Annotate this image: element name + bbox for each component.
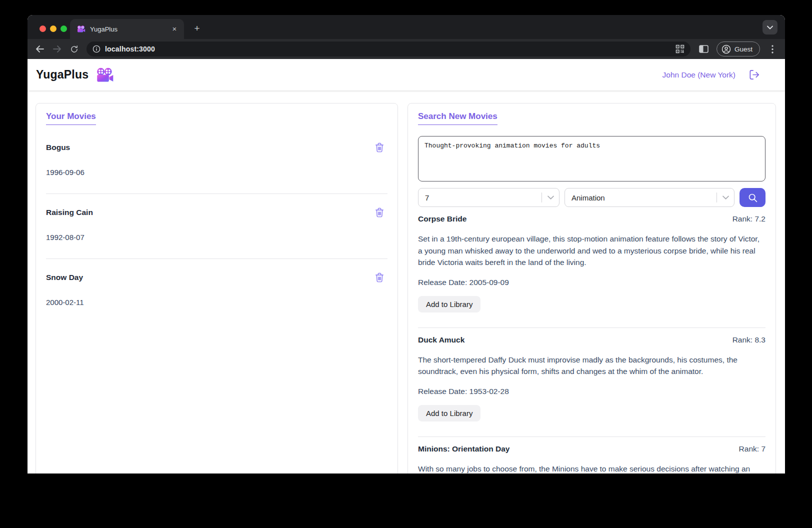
browser-window: YugaPlus × + [28,15,785,474]
reload-button[interactable] [66,42,82,56]
list-item: Snow Day 2 [46,259,388,324]
new-tab-button[interactable]: + [191,22,203,34]
browser-menu-button[interactable] [765,42,780,56]
search-results: Corpse Bride Rank: 7.2 Set in a 19th-cen… [418,207,766,474]
guest-avatar-icon [722,44,731,54]
movie-date: 2000-02-11 [46,298,388,306]
delete-movie-button[interactable] [372,142,388,153]
site-info-icon[interactable] [92,45,100,53]
result-title: Minions: Orientation Day [418,444,510,454]
search-input[interactable]: Thought-provoking animation movies for a… [418,136,766,182]
delete-movie-button[interactable] [372,207,388,218]
result-title: Duck Amuck [418,336,464,344]
app-page: YugaPlus John Doe (New York) [28,59,785,474]
movie-name: Raising Cain [46,207,93,217]
brand: YugaPlus [36,68,114,82]
chevron-down-icon [722,196,729,200]
browser-tab-yugaplus[interactable]: YugaPlus × [70,19,184,39]
movie-camera-icon [96,68,114,82]
result-item: Minions: Orientation Day Rank: 7 With so… [418,437,766,474]
qr-code-icon[interactable] [676,44,684,54]
side-panel-icon [699,45,708,53]
address-bar[interactable]: localhost:3000 [86,42,690,56]
your-movies-title: Your Movies [46,112,96,125]
profile-button[interactable]: Guest [716,42,760,56]
delete-movie-button[interactable] [372,272,388,283]
browser-toolbar: localhost:3000 Guest [28,39,785,59]
search-panel: Search New Movies Thought-provoking anim… [408,103,776,474]
search-controls: 7 Animation [418,188,766,207]
tab-strip: YugaPlus × + [28,15,785,39]
search-box: Thought-provoking animation movies for a… [418,136,766,207]
result-title: Corpse Bride [418,214,466,224]
add-to-library-button[interactable]: Add to Library [418,405,480,422]
list-item: Bogus 1996 [46,129,388,194]
tab-search-button[interactable] [762,20,778,34]
result-item: Corpse Bride Rank: 7.2 Set in a 19th-cen… [418,207,766,328]
result-description: Set in a 19th-century european village, … [418,233,766,268]
chevron-down-icon [548,196,554,200]
minimize-window-button[interactable] [50,26,56,32]
guest-label: Guest [734,46,752,53]
close-window-button[interactable] [40,26,46,32]
back-arrow-icon [36,45,44,53]
url-text[interactable]: localhost:3000 [105,45,671,53]
logout-icon[interactable] [748,69,760,80]
main-content: Your Movies Bogus [28,90,785,474]
search-button[interactable] [740,188,766,207]
result-item: Duck Amuck Rank: 8.3 The short-tempered … [418,328,766,437]
result-rank: Rank: 7.2 [732,214,766,224]
chevron-down-icon [767,26,773,30]
tab-title: YugaPlus [90,26,166,33]
movie-date: 1996-09-06 [46,168,388,176]
trash-icon [374,272,384,283]
maximize-window-button[interactable] [60,26,67,32]
result-release-date: Release Date: 1953-02-28 [418,387,766,396]
your-movies-panel: Your Movies Bogus [36,103,398,474]
rank-select-value: 7 [425,194,429,202]
movie-date: 1992-08-07 [46,233,388,242]
your-movies-list: Bogus 1996 [46,129,388,324]
app-title: YugaPlus [36,68,88,82]
movie-name: Bogus [46,142,70,152]
result-rank: Rank: 8.3 [732,336,766,344]
add-to-library-button[interactable]: Add to Library [418,296,480,312]
movie-name: Snow Day [46,272,83,282]
search-title: Search New Movies [418,112,498,125]
user-name: John Doe (New York) [662,70,736,80]
trash-icon [374,142,384,153]
list-item: Raising Cain [46,194,388,259]
traffic-lights [40,26,67,32]
result-description: The short-tempered Daffy Duck must impro… [418,354,766,378]
result-release-date: Release Date: 2005-09-09 [418,278,766,287]
close-tab-icon[interactable]: × [170,24,179,34]
side-panel-button[interactable] [696,42,712,56]
category-select[interactable]: Animation [564,188,734,207]
reload-icon [70,45,78,54]
magnifier-icon [748,192,758,203]
result-rank: Rank: 7 [739,444,766,454]
app-header: YugaPlus John Doe (New York) [28,59,785,90]
result-description: With so many jobs to choose from, the Mi… [418,463,766,474]
forward-button[interactable] [50,42,64,56]
trash-icon [374,207,384,218]
kebab-menu-icon [772,45,774,54]
user-area: John Doe (New York) [662,69,760,80]
rank-select[interactable]: 7 [418,188,560,207]
forward-arrow-icon [52,45,62,53]
category-select-value: Animation [572,194,605,202]
back-button[interactable] [32,42,48,56]
movie-camera-icon [77,26,86,32]
